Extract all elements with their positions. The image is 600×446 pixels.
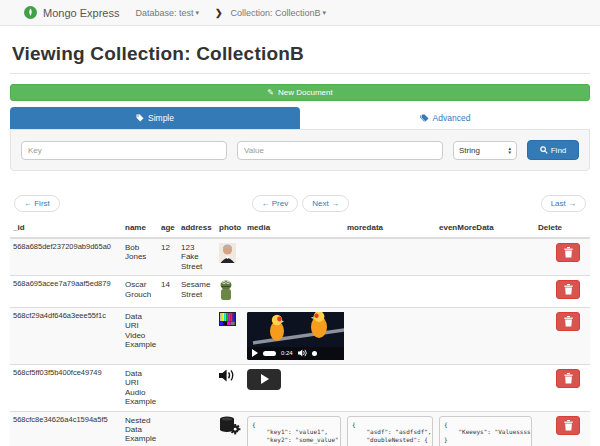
header-name: name [122, 220, 158, 238]
new-document-button[interactable]: ✎ New Document [10, 84, 590, 101]
delete-button[interactable] [556, 243, 580, 262]
doc-name: Bob Jones [122, 238, 158, 276]
new-document-label: New Document [278, 88, 333, 97]
key-input[interactable] [21, 141, 227, 160]
video-player[interactable]: 0:24 [247, 312, 344, 360]
pagination-center: ← Prev Next → [60, 195, 541, 212]
doc-media [244, 238, 344, 276]
table-row[interactable]: 568cf29a4df646a3eee55f1c Data URI Video … [10, 307, 590, 364]
header-photo: photo [216, 220, 244, 238]
next-page-button[interactable]: Next → [302, 195, 349, 212]
trash-icon [564, 420, 573, 431]
video-timestamp: 0:24 [281, 350, 293, 357]
brand-link[interactable]: Mongo Express [24, 6, 119, 19]
doc-id: 568a685def237209ab9d65a0 [10, 238, 122, 276]
trash-icon [564, 284, 573, 295]
tag-icon [136, 114, 144, 122]
fullscreen-icon[interactable] [312, 351, 317, 356]
doc-moredata [344, 364, 436, 411]
database-dropdown[interactable]: Database: test ▾ [135, 8, 199, 18]
progress-pill[interactable] [263, 351, 276, 356]
select-arrows-icon: ▴▾ [508, 146, 511, 154]
delete-button[interactable] [556, 312, 580, 331]
trash-icon [564, 316, 573, 327]
pagination: ← First ← Prev Next → Last → [14, 195, 586, 212]
doc-age [158, 411, 178, 446]
simple-search-panel: String ▴▾ Find [10, 129, 590, 171]
doc-evenmoredata [436, 364, 535, 411]
type-select[interactable]: String ▴▾ [453, 141, 517, 160]
table-row[interactable]: 568a695acee7a79aaf5ed879 Oscar Grouch 14… [10, 276, 590, 307]
header-delete: Delete [535, 220, 590, 238]
media-json-block: { "key1": "value1", "key2": "some_value" [247, 416, 341, 446]
tv-test-pattern-photo [219, 312, 236, 326]
speaker-photo [219, 369, 236, 382]
doc-moredata [344, 276, 436, 307]
doc-name: Nested Data Example [122, 411, 158, 446]
chevron-down-icon: ▾ [195, 9, 199, 17]
find-label: Find [551, 146, 567, 155]
last-page-button[interactable]: Last → [541, 195, 586, 212]
tab-simple[interactable]: Simple [10, 107, 300, 129]
type-select-value: String [459, 146, 508, 155]
doc-id: 568a695acee7a79aaf5ed879 [10, 276, 122, 307]
doc-address [178, 364, 216, 411]
tags-icon [420, 114, 429, 122]
table-row[interactable]: 568cf5ff03f5b400fce49749 Data URI Audio … [10, 364, 590, 411]
find-button[interactable]: Find [527, 140, 579, 160]
doc-address [178, 411, 216, 446]
parrots-video-frame [247, 312, 344, 348]
doc-id: 568cf29a4df646a3eee55f1c [10, 307, 122, 364]
video-controls[interactable]: 0:24 [247, 347, 344, 360]
doc-id: 568cfc8e34626a4c1594a5f5 [10, 411, 122, 446]
delete-button[interactable] [556, 369, 580, 388]
oscar-puppet-photo [219, 280, 233, 300]
play-icon [261, 374, 269, 384]
header-moredata: moredata [344, 220, 436, 238]
trash-icon [564, 247, 573, 258]
header-address: address [178, 220, 216, 238]
doc-media [244, 276, 344, 307]
prev-page-button[interactable]: ← Prev [252, 195, 299, 212]
doc-moredata [344, 307, 436, 364]
doc-name: Oscar Grouch [122, 276, 158, 307]
moredata-json-block: { "asdf": "asdfsdf", "doubleNested": { [347, 416, 433, 446]
doc-moredata [344, 238, 436, 276]
table-row[interactable]: 568a685def237209ab9d65a0 Bob Jones 12 12… [10, 238, 590, 276]
pencil-icon: ✎ [267, 88, 274, 97]
doc-address: 123 Fake Street [178, 238, 216, 276]
table-header-row: _id name age address photo media moredat… [10, 220, 590, 238]
doc-evenmoredata [436, 276, 535, 307]
main-content: Viewing Collection: CollectionB ✎ New Do… [0, 43, 600, 446]
header-id: _id [10, 220, 122, 238]
page-title: Viewing Collection: CollectionB [12, 43, 588, 65]
collection-dropdown-label: Collection: CollectionB [231, 8, 321, 18]
audio-play-button[interactable] [247, 369, 281, 390]
tab-advanced[interactable]: Advanced [300, 107, 590, 129]
doc-name: Data URI Video Example [122, 307, 158, 364]
doc-address [178, 307, 216, 364]
header-age: age [158, 220, 178, 238]
collection-dropdown[interactable]: Collection: CollectionB ▾ [231, 8, 327, 18]
doc-address: Sesame Street [178, 276, 216, 307]
value-input[interactable] [237, 141, 443, 160]
evenmoredata-json-block: { "Keeeys": "Valuessss" } [439, 416, 532, 446]
doc-age: 12 [158, 238, 178, 276]
tab-advanced-label: Advanced [433, 113, 471, 123]
trash-icon [564, 373, 573, 384]
table-row[interactable]: 568cfc8e34626a4c1594a5f5 Nested Data Exa… [10, 411, 590, 446]
doc-evenmoredata [436, 307, 535, 364]
header-evenmoredata: evenMoreData [436, 220, 535, 238]
navbar: Mongo Express Database: test ▾ ❯ Collect… [0, 0, 600, 26]
delete-button[interactable] [556, 280, 580, 299]
documents-table: _id name age address photo media moredat… [10, 220, 590, 446]
play-icon[interactable] [252, 349, 258, 357]
first-page-button[interactable]: ← First [14, 195, 60, 212]
database-gear-photo [219, 416, 241, 435]
mongo-express-logo-icon [24, 6, 37, 19]
delete-button[interactable] [556, 416, 580, 435]
doc-age [158, 364, 178, 411]
title-divider [10, 73, 590, 74]
tab-simple-label: Simple [148, 113, 174, 123]
volume-icon[interactable] [298, 349, 307, 357]
